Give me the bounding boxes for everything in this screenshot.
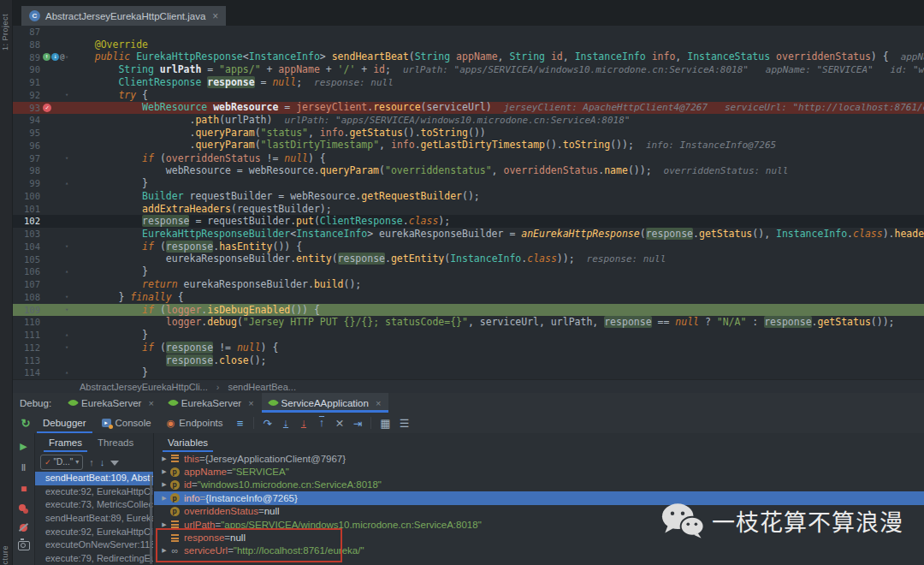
code-text[interactable]: EurekaHttpResponseBuilder<InstanceInfo> … (71, 228, 924, 241)
code-text[interactable]: if (overriddenStatus != null) { (71, 152, 326, 165)
fold-icon[interactable]: ▴ (62, 177, 71, 190)
code-text[interactable]: Builder requestBuilder = webResource.get… (71, 190, 480, 203)
debug-tab-debugger[interactable]: Debugger (35, 413, 94, 433)
run-tab[interactable]: EurekaServer× (62, 393, 162, 413)
frame-row[interactable]: sendHeartBeat:109, Abstract (35, 472, 153, 485)
mute-breakpoints-icon[interactable] (20, 524, 27, 532)
fold-icon[interactable]: ▾ (62, 152, 71, 165)
fold-icon[interactable]: ▾ (62, 241, 71, 253)
code-text[interactable]: } (71, 265, 148, 278)
code-text[interactable]: response.close(); (71, 354, 267, 367)
fold-icon[interactable]: ▾ (62, 89, 71, 102)
line-number: 113 (13, 354, 40, 367)
pause-program-icon[interactable]: ‖ (17, 461, 31, 473)
expand-arrow-icon[interactable]: ▶ (159, 495, 169, 502)
close-icon[interactable]: × (148, 398, 153, 408)
structure-toolwindow-button[interactable]: Structure (1, 545, 9, 565)
code-text[interactable]: } (71, 329, 148, 342)
debug-tab-console[interactable]: ▸Console (94, 413, 159, 433)
code-text[interactable]: response = requestBuilder.put(ClientResp… (71, 215, 450, 228)
code-text[interactable]: .queryParam("status", info.getStatus().t… (71, 127, 486, 140)
code-text[interactable]: .queryParam("lastDirtyTimestamp", info.g… (71, 139, 776, 152)
frame-row[interactable]: execute:79, RedirectingEure (35, 552, 153, 565)
frame-row[interactable]: execute:92, EurekaHttpClient (35, 526, 153, 539)
fold-icon[interactable]: ▾ (62, 304, 71, 317)
code-text[interactable]: ClientResponse response = null;response:… (71, 76, 394, 90)
project-toolwindow-button[interactable]: 1: Project (1, 14, 9, 51)
code-text[interactable]: } (71, 177, 148, 190)
code-text[interactable]: public EurekaHttpResponse<InstanceInfo> … (71, 51, 924, 64)
frame-row[interactable]: sendHeartBeat:89, EurekaHtt (35, 512, 153, 526)
close-icon[interactable]: × (376, 398, 381, 408)
frames-scrollbar[interactable] (150, 474, 152, 564)
code-text[interactable]: eurekaResponseBuilder.entity(response.ge… (71, 253, 666, 266)
frame-down-icon[interactable]: ↓ (100, 457, 105, 467)
close-tab-icon[interactable]: × (212, 10, 218, 22)
layout-menu-icon[interactable]: ≡ (230, 413, 249, 433)
expand-arrow-icon[interactable]: ▶ (159, 468, 169, 475)
expand-arrow-icon[interactable]: ▶ (159, 547, 169, 554)
variable-row[interactable]: ▶pappName = "SERVICEA" (154, 465, 924, 478)
code-text[interactable]: if (logger.isDebugEnabled()) { (71, 304, 320, 317)
code-text[interactable]: try { (71, 89, 148, 102)
settings-layout-icon[interactable]: ☰ (394, 413, 413, 433)
tab-threads[interactable]: Threads (91, 433, 140, 452)
override-method-icon[interactable]: ↑ (43, 53, 50, 61)
debug-tab-endpoints[interactable]: ◉Endpoints (159, 413, 231, 433)
code-text[interactable]: if (response.hasEntity()) { (71, 241, 302, 253)
frame-row[interactable]: executeOnNewServer:118, R (35, 538, 153, 552)
resume-program-icon[interactable]: ▶ (17, 440, 31, 452)
thread-selector-dropdown[interactable]: ✓ "D..." ▾ (40, 455, 83, 470)
frame-row[interactable]: execute:92, EurekaHttpClient (35, 485, 153, 499)
fold-icon[interactable]: ▾ (62, 51, 71, 64)
code-editor[interactable]: 8788 @Override89↑↓@▾ public EurekaHttpRe… (13, 26, 924, 379)
fold-icon[interactable]: ▴ (62, 265, 71, 278)
variable-row[interactable]: ▶pid = "windows10.microdone.cn:ServiceA:… (154, 479, 924, 491)
step-into-icon[interactable]: ↓ (276, 413, 294, 433)
code-text[interactable]: addExtraHeaders(requestBuilder); (71, 203, 332, 216)
variable-row[interactable]: ▶this = {JerseyApplicationClient@7967} (154, 452, 924, 465)
tab-frames[interactable]: Frames (42, 433, 89, 452)
implement-method-icon[interactable]: ↓ (51, 53, 59, 61)
code-text[interactable]: return eurekaResponseBuilder.build(); (71, 278, 361, 291)
tab-variables[interactable]: Variables (161, 433, 215, 452)
expand-arrow-icon[interactable]: ▶ (159, 455, 169, 462)
expand-arrow-icon[interactable]: ▶ (159, 481, 169, 488)
gutter-icons (40, 329, 62, 342)
editor-tab[interactable]: C AbstractJerseyEurekaHttpClient.java × (21, 6, 226, 26)
run-to-cursor-icon[interactable]: ⇥ (348, 413, 366, 433)
force-step-into-icon[interactable]: ↓ (294, 413, 312, 433)
variable-row[interactable]: ▶∞serviceUrl = "http://localhost:8761/eu… (154, 544, 924, 557)
drop-frame-icon[interactable]: ✕ (330, 413, 348, 433)
code-text[interactable]: logger.debug("Jersey HTTP PUT {}/{}; sta… (71, 316, 895, 329)
code-text[interactable]: } finally { (71, 291, 184, 304)
stop-icon[interactable]: ■ (17, 483, 31, 495)
run-tab[interactable]: ServiceAApplication× (262, 393, 389, 413)
filter-icon[interactable] (110, 461, 119, 466)
evaluate-expression-icon[interactable]: ▦ (376, 413, 394, 433)
step-out-icon[interactable]: ↑ (312, 413, 330, 433)
close-icon[interactable]: × (248, 398, 253, 408)
breadcrumb-method[interactable]: sendHeartBea... (228, 382, 296, 392)
run-tab[interactable]: EurekaServer× (162, 393, 262, 413)
thread-dump-camera-icon[interactable] (18, 541, 30, 550)
code-text[interactable]: if (response != null) { (71, 342, 278, 354)
fold-icon[interactable]: ▾ (62, 291, 71, 304)
breadcrumb-class[interactable]: AbstractJerseyEurekaHttpCli... (80, 382, 208, 392)
code-text[interactable]: .path(urlPath)urlPath: "apps/SERVICEA/wi… (71, 114, 630, 128)
fold-icon[interactable]: ▴ (62, 366, 71, 379)
frame-row[interactable]: execute:73, MetricsCollecting (35, 498, 153, 512)
fold-icon[interactable]: ▴ (62, 329, 71, 342)
rerun-icon[interactable]: ↻ (16, 413, 35, 433)
code-text[interactable]: WebResource webResource = jerseyClient.r… (71, 101, 924, 115)
code-text[interactable]: String urlPath = "apps/" + appName + '/'… (71, 63, 924, 77)
code-text[interactable]: } (71, 366, 148, 379)
expand-arrow-icon[interactable]: ▶ (159, 521, 169, 528)
frame-up-icon[interactable]: ↑ (89, 457, 94, 467)
breakpoint-icon[interactable]: ✓ (43, 104, 51, 112)
code-text[interactable]: webResource = webResource.queryParam("ov… (71, 164, 788, 178)
fold-icon[interactable]: ▾ (62, 342, 71, 354)
step-over-icon[interactable]: ↷ (258, 413, 276, 433)
view-breakpoints-icon[interactable] (19, 504, 26, 511)
code-text[interactable]: @Override (71, 39, 148, 51)
